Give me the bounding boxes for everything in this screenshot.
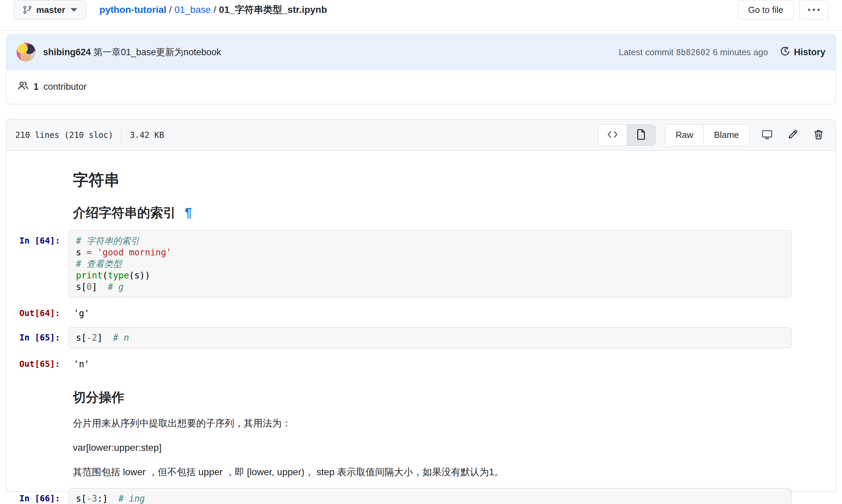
contributors-row[interactable]: 1 contributor	[6, 70, 836, 104]
input-prompt: In [66]:	[6, 488, 69, 503]
notebook-code-cell: In [66]:s[-3:] # ing	[6, 488, 791, 504]
notebook-output-cell: Out[65]:'n'	[6, 354, 791, 369]
contributor-count: 1	[34, 82, 39, 92]
notebook-code-cell: In [64]:# 字符串的索引 s = 'good morning' # 查看…	[6, 230, 791, 298]
commit-header: shibing624 第一章01_base更新为notebook Latest …	[6, 35, 836, 70]
notebook-heading: 切分操作	[73, 389, 791, 406]
edit-file-button[interactable]	[785, 125, 801, 146]
blame-button[interactable]: Blame	[703, 125, 749, 146]
notebook-paragraph: var[lower:upper:step]	[73, 441, 791, 455]
file-info-divider	[121, 128, 122, 143]
pencil-icon	[787, 129, 799, 141]
breadcrumb-repo-link[interactable]: python-tutorial	[99, 4, 166, 15]
file-content-box: 210 lines (210 sloc) 3.42 KB	[6, 119, 836, 492]
commit-message-text[interactable]: 第一章01_base更新为notebook	[93, 47, 221, 57]
code-text: s[-3:] # ing	[76, 493, 784, 504]
commit-hash-link[interactable]: 8b82602	[676, 48, 710, 57]
latest-commit-box: shibing624 第一章01_base更新为notebook Latest …	[6, 35, 836, 104]
git-branch-icon	[23, 5, 32, 15]
notebook-body: 字符串介绍字符串的索引¶In [64]:# 字符串的索引 s = 'good m…	[6, 151, 836, 504]
author-avatar[interactable]	[17, 43, 36, 62]
chevron-down-icon	[70, 8, 77, 12]
branch-name: master	[36, 5, 65, 15]
monitor-icon	[761, 128, 773, 142]
contributor-label: contributor	[43, 82, 87, 92]
open-in-desktop-button[interactable]	[759, 125, 775, 146]
commit-time: 6 minutes ago	[713, 47, 768, 57]
people-icon	[17, 80, 29, 94]
more-options-button[interactable]	[799, 0, 828, 20]
notebook-output-cell: Out[64]:'g'	[6, 303, 791, 318]
file-header-bar: 210 lines (210 sloc) 3.42 KB	[6, 120, 836, 151]
output-text: 'n'	[69, 354, 89, 369]
rendered-view-button[interactable]	[627, 125, 655, 146]
code-input-area[interactable]: s[-3:] # ing	[69, 488, 791, 504]
commit-author-link[interactable]: shibing624	[43, 47, 91, 57]
go-to-file-button[interactable]: Go to file	[738, 0, 794, 20]
notebook-heading: 介绍字符串的索引¶	[73, 204, 791, 221]
output-prompt: Out[65]:	[6, 354, 69, 369]
latest-commit-label: Latest commit	[619, 47, 673, 57]
breadcrumb-folder-link[interactable]: 01_base	[175, 4, 211, 15]
history-link[interactable]: History	[779, 46, 825, 59]
breadcrumb: python-tutorial/01_base/01_字符串类型_str.ipy…	[99, 0, 327, 20]
clock-history-icon	[779, 46, 790, 59]
code-text: s[-2] # n	[76, 332, 784, 343]
notebook-paragraph: 其范围包括 lower ，但不包括 upper ，即 [lower, upper…	[73, 465, 791, 479]
breadcrumb-separator: /	[211, 4, 219, 15]
notebook-code-cell: In [65]:s[-2] # n	[6, 327, 791, 348]
breadcrumb-file-name: 01_字符串类型_str.ipynb	[219, 4, 327, 15]
file-icon	[636, 129, 646, 142]
commit-message: shibing624 第一章01_base更新为notebook	[43, 46, 221, 58]
view-toggle-group	[598, 124, 655, 146]
code-icon	[607, 130, 618, 140]
output-prompt: Out[64]:	[6, 303, 69, 318]
kebab-horizontal-icon	[807, 7, 821, 12]
code-text: # 字符串的索引 s = 'good morning' # 查看类型 print…	[76, 235, 784, 293]
branch-selector-button[interactable]: master	[14, 0, 86, 20]
source-view-button[interactable]	[598, 125, 627, 146]
output-text: 'g'	[69, 303, 89, 318]
file-navigation-bar: master python-tutorial/01_base/01_字符串类型_…	[0, 0, 842, 31]
trash-icon	[813, 129, 824, 141]
file-size: 3.42 KB	[130, 130, 164, 140]
raw-blame-group: Raw Blame	[665, 124, 750, 146]
notebook-paragraph: 分片用来从序列中提取出想要的子序列，其用法为：	[73, 416, 791, 431]
notebook-heading: 字符串	[73, 170, 791, 191]
breadcrumb-separator: /	[166, 4, 175, 15]
trash-icon-button[interactable]	[810, 125, 827, 146]
raw-button[interactable]: Raw	[665, 125, 703, 146]
file-lines-info: 210 lines (210 sloc)	[15, 130, 113, 140]
file-info: 210 lines (210 sloc) 3.42 KB	[15, 128, 164, 143]
input-prompt: In [64]:	[6, 230, 69, 246]
latest-commit-meta: Latest commit 8b82602 6 minutes ago	[619, 47, 768, 58]
code-input-area[interactable]: s[-2] # n	[69, 327, 791, 348]
input-prompt: In [65]:	[6, 327, 69, 342]
heading-anchor-pilcrow-icon[interactable]: ¶	[185, 205, 192, 220]
code-input-area[interactable]: # 字符串的索引 s = 'good morning' # 查看类型 print…	[69, 230, 791, 298]
history-label: History	[794, 47, 825, 58]
